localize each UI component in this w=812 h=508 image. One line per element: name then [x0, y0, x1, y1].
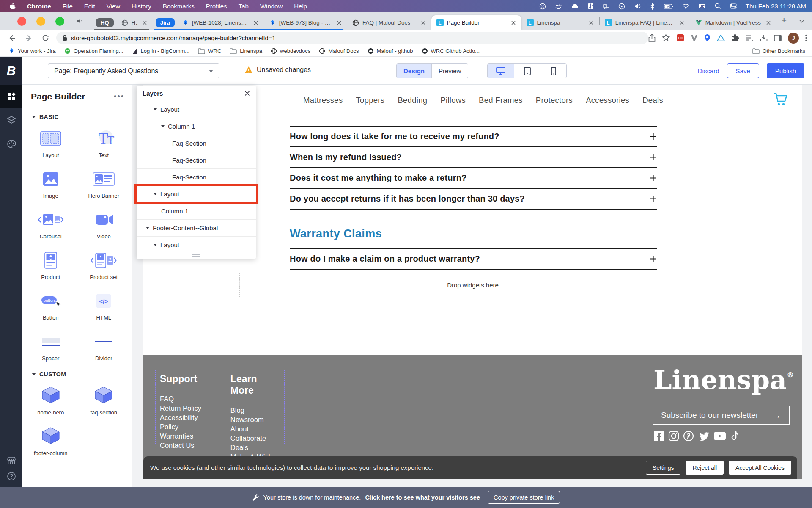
tab-linenspa[interactable]: L Linenspa — [521, 15, 599, 30]
tab-close-icon[interactable] — [420, 19, 427, 26]
new-tab-button[interactable]: + — [776, 15, 792, 28]
nav-link-mattresses[interactable]: Mattresses — [303, 96, 343, 105]
nav-link-bedding[interactable]: Bedding — [398, 96, 427, 105]
layer-row-faq-section[interactable]: Faq-Section — [137, 152, 256, 168]
queue-list-extension-icon[interactable] — [746, 35, 754, 41]
caret-down-icon[interactable] — [161, 125, 165, 127]
menubar-item-file[interactable]: File — [63, 3, 73, 10]
caret-down-icon[interactable] — [154, 193, 157, 195]
keyboard-brightness-icon[interactable] — [698, 3, 706, 9]
bookmark-operation-flaming[interactable]: Operation Flaming... — [64, 48, 123, 54]
footer-link-return-policy[interactable]: Return Policy — [160, 403, 215, 413]
bookmark-login-bigcommerce[interactable]: Log In - BigComm... — [132, 48, 190, 54]
facebook-icon[interactable] — [653, 431, 664, 442]
battery-icon[interactable] — [664, 4, 673, 9]
faq-accordion-item[interactable]: Do you accept returns if it has been lon… — [290, 188, 657, 209]
cookie-settings-button[interactable]: Settings — [646, 461, 681, 475]
plus-icon[interactable] — [650, 133, 657, 140]
bookmark-malouf-docs[interactable]: Malouf Docs — [319, 48, 359, 54]
widget-home-hero[interactable]: home-hero — [24, 385, 77, 416]
caret-down-icon[interactable] — [146, 227, 149, 229]
forward-icon[interactable] — [25, 34, 33, 42]
cookie-accept-button[interactable]: Accept All Cookies — [729, 461, 791, 475]
bluetooth-icon[interactable] — [650, 3, 655, 10]
tab-close-icon[interactable] — [141, 19, 148, 26]
plus-icon[interactable] — [650, 174, 657, 182]
bookmark-your-work-jira[interactable]: Your work - Jira — [8, 48, 56, 54]
play-circle-icon[interactable] — [618, 3, 625, 10]
theme-styles-button[interactable] — [0, 132, 22, 156]
tab-close-icon[interactable] — [510, 19, 517, 26]
footer-link-contact[interactable]: Contact Us — [160, 441, 215, 450]
panel-menu-icon[interactable]: ••• — [114, 92, 124, 101]
twitter-icon[interactable] — [698, 431, 710, 441]
preview-tab[interactable]: Preview — [431, 64, 468, 78]
tablet-view-button[interactable] — [514, 64, 540, 78]
faq-accordion-item[interactable]: When is my refund issued? — [290, 146, 657, 167]
widget-html[interactable]: </> HTML — [77, 290, 131, 321]
profile-avatar[interactable]: J — [788, 33, 799, 44]
caret-down-icon[interactable] — [154, 108, 157, 110]
menubar-item-tab[interactable]: Tab — [239, 3, 249, 10]
parallels-icon[interactable] — [587, 3, 594, 9]
onedrive-icon[interactable] — [571, 3, 579, 9]
cookie-reject-button[interactable]: Reject all — [686, 461, 724, 475]
section-basic[interactable]: BASIC — [22, 104, 132, 122]
footer-link-deals[interactable]: Deals — [230, 443, 280, 452]
copy-private-store-link-button[interactable]: Copy private store link — [488, 491, 560, 504]
panel-resize-handle[interactable] — [137, 253, 256, 259]
spotlight-icon[interactable] — [715, 3, 721, 9]
tab-linenspa-faq[interactable]: L Linenspa FAQ | Linensp — [600, 15, 690, 30]
widget-video[interactable]: Video — [77, 209, 131, 240]
tab-close-icon[interactable] — [335, 19, 343, 26]
creative-cloud-icon[interactable] — [539, 3, 546, 10]
pinterest-icon[interactable] — [683, 431, 694, 442]
nav-link-bed-frames[interactable]: Bed Frames — [479, 96, 523, 105]
footer-columns-selection[interactable]: Support FAQ Return Policy Accessibility … — [155, 370, 285, 444]
faq-accordion-item[interactable]: How long does it take for me to receive … — [290, 126, 657, 146]
storefront-icon[interactable] — [7, 456, 16, 465]
layer-row-faq-section[interactable]: Faq-Section — [137, 135, 256, 152]
other-bookmarks[interactable]: Other Bookmarks — [752, 48, 812, 54]
triangle-extension-icon[interactable] — [717, 34, 725, 41]
bookmark-star-icon[interactable] — [662, 34, 670, 42]
widget-button[interactable]: button Button — [24, 290, 77, 321]
page-selector-dropdown[interactable]: Page: Frequently Asked Questions — [48, 64, 219, 78]
volume-icon[interactable] — [634, 3, 641, 9]
help-icon[interactable] — [7, 472, 16, 481]
nav-link-deals[interactable]: Deals — [642, 96, 663, 105]
v-extension-icon[interactable] — [691, 35, 698, 41]
layer-row-faq-section[interactable]: Faq-Section — [137, 168, 256, 185]
forklift-icon[interactable] — [603, 3, 609, 9]
widget-faq-section[interactable]: faq-section — [77, 385, 131, 416]
layer-row-column-1[interactable]: Column 1 — [137, 118, 256, 135]
menubar-clock[interactable]: Thu Feb 23 11:28 AM — [746, 3, 806, 10]
puzzle-extension-icon[interactable] — [731, 34, 739, 42]
back-icon[interactable] — [8, 34, 16, 42]
mobile-view-button[interactable] — [540, 64, 566, 78]
nav-link-pillows[interactable]: Pillows — [440, 96, 466, 105]
menubar-item-bookmarks[interactable]: Bookmarks — [163, 3, 195, 10]
desktop-view-button[interactable] — [488, 64, 514, 78]
instagram-icon[interactable] — [668, 431, 679, 442]
bigcommerce-logo[interactable]: B — [0, 57, 22, 85]
cart-icon[interactable] — [773, 92, 789, 107]
tab-group-chip-jira[interactable]: Jira — [156, 18, 175, 27]
publish-button[interactable]: Publish — [767, 64, 804, 78]
newsletter-signup[interactable]: Subscribe to our newsletter → — [653, 406, 790, 425]
widget-product-set[interactable]: Product set — [77, 250, 131, 280]
save-button[interactable]: Save — [727, 64, 759, 78]
nav-link-accessories[interactable]: Accessories — [586, 96, 629, 105]
bookmark-folder-linenspa[interactable]: Linenspa — [230, 48, 262, 54]
footer-link-newsroom[interactable]: Newsroom — [230, 415, 280, 424]
sidebar-panel-icon[interactable] — [774, 35, 782, 41]
layer-row-layout-highlighted[interactable]: Layout — [137, 185, 256, 202]
layers-panel-button[interactable] — [0, 108, 22, 132]
widgets-panel-button[interactable] — [0, 85, 22, 108]
address-bar[interactable]: store-g5ubotok03.mybigcommerce.com/manag… — [56, 32, 648, 44]
layer-row-column-1[interactable]: Column 1 — [137, 202, 256, 219]
tab-web-1028[interactable]: [WEB-1028] Linenspa a — [177, 15, 264, 30]
menubar-item-help[interactable]: Help — [294, 3, 307, 10]
reload-icon[interactable] — [41, 34, 49, 42]
caret-down-icon[interactable] — [154, 244, 157, 246]
